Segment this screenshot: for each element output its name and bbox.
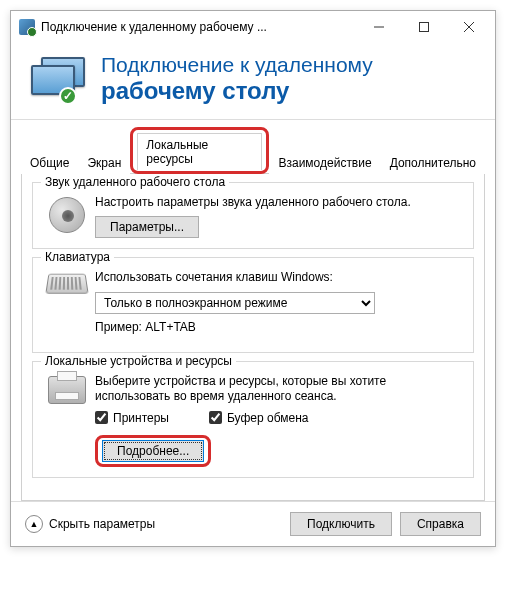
printers-label: Принтеры xyxy=(113,411,169,425)
window-title: Подключение к удаленному рабочему ... xyxy=(41,20,357,34)
tab-general[interactable]: Общие xyxy=(21,151,78,174)
keyboard-icon xyxy=(43,270,91,341)
devices-desc: Выберите устройства и ресурсы, которые в… xyxy=(95,374,463,405)
footer: ▲ Скрыть параметры Подключить Справка xyxy=(11,501,495,546)
collapse-options-link[interactable]: ▲ Скрыть параметры xyxy=(25,515,155,533)
annotation-highlight-more: Подробнее... xyxy=(95,435,211,467)
clipboard-checkbox-wrap[interactable]: Буфер обмена xyxy=(209,411,309,425)
speaker-icon xyxy=(43,195,91,239)
printer-icon xyxy=(43,374,91,467)
tab-advanced[interactable]: Дополнительно xyxy=(381,151,485,174)
printers-checkbox[interactable] xyxy=(95,411,108,424)
titlebar: Подключение к удаленному рабочему ... xyxy=(11,11,495,43)
tab-panel-local: Звук удаленного рабочего стола Настроить… xyxy=(21,174,485,501)
window-controls xyxy=(357,13,491,41)
keyboard-mode-select[interactable]: Только в полноэкранном режиме xyxy=(95,292,375,314)
minimize-button[interactable] xyxy=(357,13,401,41)
rdc-header-icon: ✓ xyxy=(31,57,87,101)
help-button[interactable]: Справка xyxy=(400,512,481,536)
clipboard-label: Буфер обмена xyxy=(227,411,309,425)
tabs-container: Общие Экран Локальные ресурсы Взаимодейс… xyxy=(11,120,495,501)
group-keyboard: Клавиатура Использовать сочетания клавиш… xyxy=(32,257,474,352)
sound-settings-button[interactable]: Параметры... xyxy=(95,216,199,238)
app-icon xyxy=(19,19,35,35)
header-line1: Подключение к удаленному xyxy=(101,53,373,77)
svg-rect-1 xyxy=(420,23,429,32)
chevron-up-icon: ▲ xyxy=(25,515,43,533)
header-text: Подключение к удаленному рабочему столу xyxy=(101,53,373,105)
printers-checkbox-wrap[interactable]: Принтеры xyxy=(95,411,169,425)
maximize-button[interactable] xyxy=(402,13,446,41)
annotation-highlight-tab: Локальные ресурсы xyxy=(130,127,269,174)
clipboard-checkbox[interactable] xyxy=(209,411,222,424)
tab-strip: Общие Экран Локальные ресурсы Взаимодейс… xyxy=(21,126,485,174)
sound-desc: Настроить параметры звука удаленного раб… xyxy=(95,195,463,211)
keyboard-desc: Использовать сочетания клавиш Windows: xyxy=(95,270,463,286)
tab-local-resources[interactable]: Локальные ресурсы xyxy=(137,133,262,170)
connect-button[interactable]: Подключить xyxy=(290,512,392,536)
group-keyboard-title: Клавиатура xyxy=(41,250,114,264)
group-sound: Звук удаленного рабочего стола Настроить… xyxy=(32,182,474,250)
rdc-window: Подключение к удаленному рабочему ... ✓ … xyxy=(10,10,496,547)
header-line2: рабочему столу xyxy=(101,77,373,105)
group-devices-title: Локальные устройства и ресурсы xyxy=(41,354,236,368)
tab-interaction[interactable]: Взаимодействие xyxy=(269,151,380,174)
close-button[interactable] xyxy=(447,13,491,41)
more-devices-button[interactable]: Подробнее... xyxy=(102,440,204,462)
collapse-label: Скрыть параметры xyxy=(49,517,155,531)
group-devices: Локальные устройства и ресурсы Выберите … xyxy=(32,361,474,478)
header: ✓ Подключение к удаленному рабочему стол… xyxy=(11,43,495,120)
keyboard-example: Пример: ALT+TAB xyxy=(95,320,463,336)
tab-screen[interactable]: Экран xyxy=(78,151,130,174)
group-sound-title: Звук удаленного рабочего стола xyxy=(41,175,229,189)
